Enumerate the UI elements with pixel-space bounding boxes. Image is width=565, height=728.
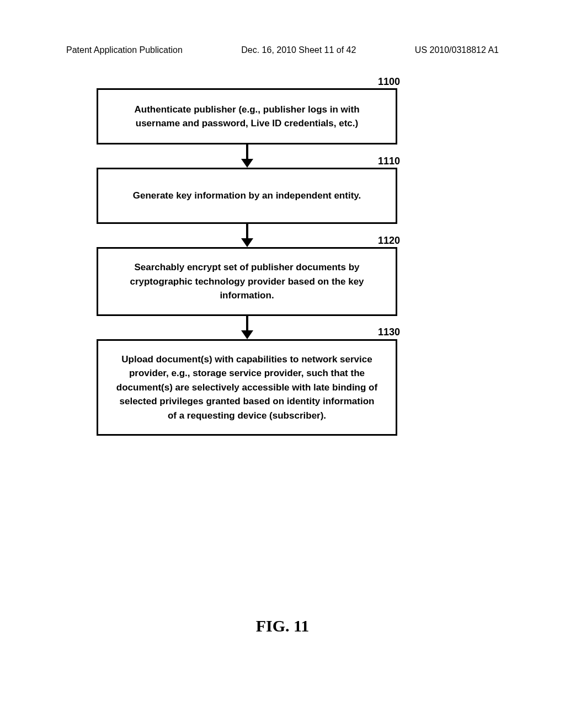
box-text: Searchably encrypt set of publisher docu… — [115, 260, 379, 303]
arrow-down-icon — [97, 316, 397, 339]
header-date-sheet: Dec. 16, 2010 Sheet 11 of 42 — [241, 45, 356, 55]
header-patent-number: US 2010/0318812 A1 — [415, 45, 499, 55]
figure-caption: FIG. 11 — [0, 617, 565, 635]
flowchart: 1100 Authenticate publisher (e.g., publi… — [97, 88, 397, 436]
box-label-1100: 1100 — [378, 76, 400, 88]
box-label-1120: 1120 — [378, 235, 400, 247]
header-publication: Patent Application Publication — [66, 45, 183, 55]
flowchart-box-encrypt: Searchably encrypt set of publisher docu… — [97, 247, 397, 316]
page-header: Patent Application Publication Dec. 16, … — [66, 45, 499, 55]
flowchart-box-generate-key: Generate key information by an independe… — [97, 168, 397, 224]
box-text: Authenticate publisher (e.g., publisher … — [115, 103, 379, 131]
arrow-down-icon — [97, 144, 397, 168]
box-label-1130: 1130 — [378, 326, 400, 338]
arrow-down-icon — [97, 224, 397, 247]
box-label-1110: 1110 — [378, 156, 400, 167]
box-text: Generate key information by an independe… — [133, 189, 361, 203]
box-text: Upload document(s) with capabilities to … — [115, 352, 379, 423]
flowchart-box-upload: Upload document(s) with capabilities to … — [97, 339, 397, 436]
flowchart-box-authenticate: Authenticate publisher (e.g., publisher … — [97, 88, 397, 144]
